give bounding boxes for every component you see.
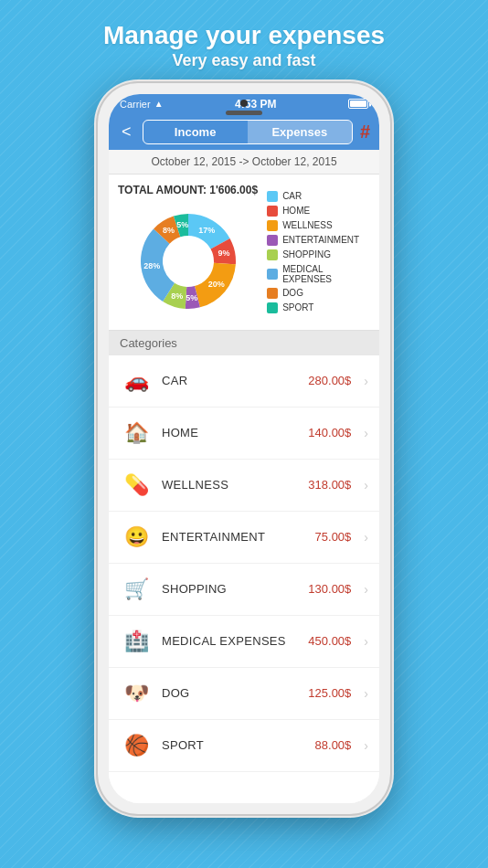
category-name: SHOPPING [162,582,299,596]
legend-color-swatch [267,191,278,202]
chevron-right-icon: › [364,582,368,597]
legend-item: WELLNESS [267,220,370,231]
hash-button[interactable]: # [360,122,370,143]
category-icon: 🏀 [120,729,153,762]
category-name: DOG [162,686,299,700]
legend-color-swatch [267,220,278,231]
svg-text:8%: 8% [171,291,183,301]
chevron-right-icon: › [364,530,368,545]
legend-label: HOME [282,206,310,216]
category-row[interactable]: 🏠HOME140.00$› [109,408,379,460]
category-name: SPORT [162,738,306,752]
chevron-right-icon: › [364,426,368,440]
category-icon: 🏠 [120,417,153,450]
chevron-right-icon: › [364,738,368,753]
category-amount: 140.00$ [308,426,351,439]
tab-income[interactable]: Income [143,121,248,143]
category-name: WELLNESS [162,478,299,492]
svg-text:17%: 17% [198,225,215,234]
app-title: Manage your expenses [103,20,385,51]
legend-color-swatch [267,235,278,246]
legend-label: WELLNESS [282,220,332,230]
category-icon: 😀 [120,521,153,554]
app-header: Manage your expenses Very easy and fast [103,0,385,83]
category-name: ENTERTAINMENT [162,530,306,544]
legend-label: SHOPPING [282,249,331,259]
category-icon: 💊 [120,469,153,502]
legend-label: CAR [282,191,302,201]
income-expenses-toggle: Income Expenses [143,120,353,144]
category-row[interactable]: 💊WELLNESS318.00$› [109,460,379,512]
category-icon: 🛒 [120,573,153,606]
category-name: HOME [162,426,299,439]
speaker-icon [226,111,262,115]
phone-frame: Carrier ▲ 4:53 PM < Income Expenses # Oc… [98,83,390,814]
legend-color-swatch [267,269,278,280]
svg-text:20%: 20% [207,280,224,289]
category-row[interactable]: 😀ENTERTAINMENT75.00$› [109,512,379,564]
legend-color-swatch [267,206,278,217]
category-row[interactable]: 🏀SPORT88.00$› [109,720,379,772]
legend-color-swatch [267,288,278,299]
total-amount: TOTAL AMOUNT: 1'606.00$ [118,184,258,196]
categories-list: 🚗CAR280.00$›🏠HOME140.00$›💊WELLNESS318.00… [109,355,379,803]
category-icon: 🐶 [120,677,153,710]
battery-icon [348,99,368,109]
legend-item: DOG [267,288,370,299]
svg-text:28%: 28% [143,261,160,270]
legend-item: CAR [267,191,370,202]
chart-legend: CARHOMEWELLNESSENTERTAINMENTSHOPPINGMEDI… [267,184,370,321]
chevron-right-icon: › [364,686,368,701]
category-row[interactable]: 🛒SHOPPING130.00$› [109,564,379,616]
legend-item: ENTERTAINMENT [267,235,370,246]
category-name: MEDICAL EXPENSES [162,634,299,648]
donut-svg: 17%9%20%5%8%28%8%5% [129,202,248,321]
category-amount: 318.00$ [308,478,351,492]
categories-header: Categories [109,331,379,355]
legend-item: SPORT [267,302,370,313]
back-button[interactable]: < [118,122,135,142]
category-amount: 450.00$ [308,634,351,648]
chart-section: TOTAL AMOUNT: 1'606.00$ 17%9%20%5%8%28%8… [109,175,379,331]
chevron-right-icon: › [364,634,368,649]
svg-text:8%: 8% [163,226,175,235]
category-amount: 280.00$ [308,374,351,387]
date-range: October 12, 2015 -> October 12, 2015 [109,150,379,175]
nav-bar: < Income Expenses # [109,114,379,150]
phone-screen: Carrier ▲ 4:53 PM < Income Expenses # Oc… [109,94,379,803]
app-subtitle: Very easy and fast [103,51,385,70]
category-amount: 125.00$ [308,686,351,700]
chevron-right-icon: › [364,374,368,388]
svg-text:9%: 9% [217,249,229,258]
legend-label: ENTERTAINMENT [282,235,359,245]
category-amount: 75.00$ [315,530,352,544]
category-row[interactable]: 🐶DOG125.00$› [109,668,379,720]
camera-icon [240,100,248,107]
legend-color-swatch [267,249,278,260]
donut-chart: 17%9%20%5%8%28%8%5% [129,202,248,321]
legend-color-swatch [267,302,278,313]
legend-item: MEDICAL EXPENSES [267,264,370,284]
category-icon: 🚗 [120,365,153,397]
category-row[interactable]: 🏥MEDICAL EXPENSES450.00$› [109,616,379,668]
legend-label: DOG [282,288,303,298]
legend-item: SHOPPING [267,249,370,260]
svg-text:5%: 5% [186,292,197,302]
phone-hardware [226,100,262,115]
legend-label: SPORT [282,302,313,312]
category-amount: 88.00$ [315,738,352,752]
tab-expenses[interactable]: Expenses [248,121,352,143]
svg-text:5%: 5% [176,220,188,229]
category-name: CAR [162,374,299,387]
legend-item: HOME [267,206,370,217]
carrier-label: Carrier ▲ [120,99,164,110]
category-amount: 130.00$ [308,582,351,596]
chevron-right-icon: › [364,478,368,492]
category-row[interactable]: 🚗CAR280.00$› [109,355,379,408]
category-icon: 🏥 [120,625,153,658]
wifi-icon: ▲ [154,99,164,109]
legend-label: MEDICAL EXPENSES [282,264,370,284]
chart-left: TOTAL AMOUNT: 1'606.00$ 17%9%20%5%8%28%8… [118,184,258,321]
